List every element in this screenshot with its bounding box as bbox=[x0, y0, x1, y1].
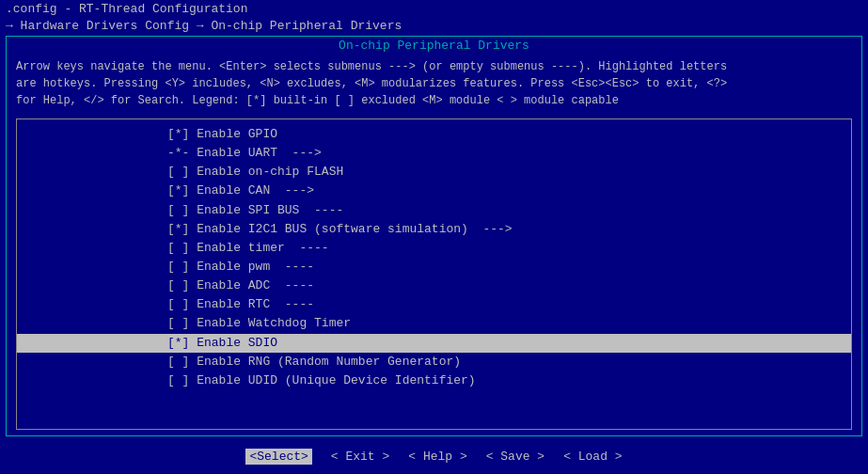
app: .config - RT-Thread Configuration → Hard… bbox=[0, 0, 868, 474]
help-button[interactable]: < Help > bbox=[408, 450, 466, 464]
exit-label[interactable]: < Exit > bbox=[331, 450, 389, 464]
exit-button[interactable]: < Exit > bbox=[331, 450, 389, 464]
menu-item[interactable]: [*] Enable SDIO bbox=[17, 334, 851, 353]
menu-item[interactable]: [ ] Enable pwm ---- bbox=[17, 258, 851, 276]
menu-item[interactable]: [ ] Enable RTC ---- bbox=[17, 295, 851, 314]
load-button[interactable]: < Load > bbox=[563, 450, 622, 464]
menu-item[interactable]: [ ] Enable on-chip FLASH bbox=[17, 163, 851, 182]
select-label[interactable]: <Select> bbox=[245, 449, 311, 465]
help-line-2: are hotkeys. Pressing <Y> includes, <N> … bbox=[16, 75, 852, 92]
menu-item[interactable]: [ ] Enable SPI BUS ---- bbox=[17, 201, 851, 220]
panel-title-text: On-chip Peripheral Drivers bbox=[339, 39, 529, 53]
menu-area[interactable]: [*] Enable GPIO-*- Enable UART --->[ ] E… bbox=[16, 118, 852, 430]
load-label[interactable]: < Load > bbox=[563, 450, 622, 464]
save-button[interactable]: < Save > bbox=[486, 450, 544, 464]
menu-item[interactable]: [ ] Enable RNG (Random Number Generator) bbox=[17, 353, 851, 371]
panel-title: On-chip Peripheral Drivers bbox=[7, 37, 861, 55]
menu-item[interactable]: -*- Enable UART ---> bbox=[17, 144, 851, 163]
menu-item[interactable]: [ ] Enable Watchdog Timer bbox=[17, 314, 851, 333]
breadcrumb-text: → Hardware Drivers Config → On-chip Peri… bbox=[6, 19, 402, 33]
help-line-3: for Help, </> for Search. Legend: [*] bu… bbox=[16, 92, 852, 109]
select-button[interactable]: <Select> bbox=[245, 450, 311, 464]
menu-item[interactable]: [*] Enable CAN ---> bbox=[17, 182, 851, 200]
help-line-1: Arrow keys navigate the menu. <Enter> se… bbox=[16, 58, 852, 75]
menu-item[interactable]: [ ] Enable UDID (Unique Device Identifie… bbox=[17, 371, 851, 390]
menu-item[interactable]: [ ] Enable timer ---- bbox=[17, 239, 851, 258]
menu-item[interactable]: [*] Enable I2C1 BUS (software simulation… bbox=[17, 220, 851, 239]
help-label[interactable]: < Help > bbox=[408, 450, 466, 464]
main-panel: On-chip Peripheral Drivers Arrow keys na… bbox=[6, 36, 862, 436]
title-bar: .config - RT-Thread Configuration bbox=[0, 0, 868, 18]
footer: <Select> < Exit > < Help > < Save > < Lo… bbox=[0, 438, 868, 474]
title-text: .config - RT-Thread Configuration bbox=[6, 2, 247, 16]
help-text: Arrow keys navigate the menu. <Enter> se… bbox=[7, 55, 861, 113]
menu-item[interactable]: [*] Enable GPIO bbox=[17, 125, 851, 144]
breadcrumb: → Hardware Drivers Config → On-chip Peri… bbox=[0, 18, 868, 34]
save-label[interactable]: < Save > bbox=[486, 450, 544, 464]
menu-item[interactable]: [ ] Enable ADC ---- bbox=[17, 276, 851, 295]
